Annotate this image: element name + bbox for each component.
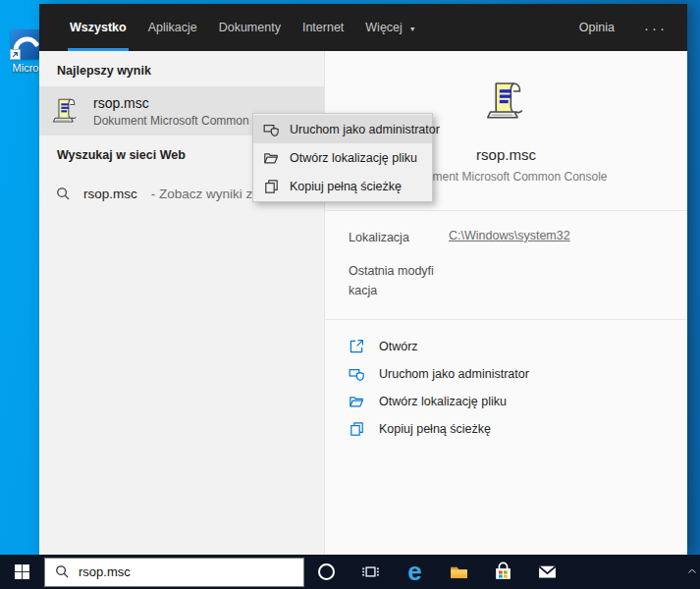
copy-icon: [263, 179, 279, 194]
tab-more[interactable]: Więcej ▼: [354, 4, 426, 51]
file-explorer-taskbar-button[interactable]: [437, 555, 481, 589]
open-icon: [349, 339, 364, 354]
task-view-icon: [361, 562, 380, 581]
preview-details: Lokalizacja C:\Windows\system32 Ostatnia…: [325, 211, 687, 320]
tab-documents-label: Dokumenty: [219, 21, 281, 34]
best-match-header: Najlepszy wynik: [39, 51, 324, 86]
tab-all-label: Wszystko: [70, 21, 127, 34]
web-result-query: rsop.msc: [83, 187, 137, 201]
context-menu: Uruchom jako administrator Otwórz lokali…: [252, 113, 433, 202]
context-menu-run-as-admin-label: Uruchom jako administrator: [290, 123, 440, 136]
tray-expand-icon[interactable]: [687, 566, 697, 576]
detail-row-location: Lokalizacja C:\Windows\system32: [349, 229, 677, 247]
copy-icon: [349, 421, 364, 437]
action-run-as-admin-label: Uruchom jako administrator: [379, 367, 529, 381]
edge-taskbar-button[interactable]: e: [393, 555, 437, 589]
action-run-as-admin[interactable]: Uruchom jako administrator: [349, 360, 687, 388]
preview-actions: Otwórz Uruchom jako administrator Otwórz…: [325, 320, 687, 443]
location-value: C:\Windows\system32: [449, 229, 570, 242]
start-button[interactable]: [0, 555, 44, 589]
task-view-button[interactable]: [349, 555, 393, 589]
feedback-button[interactable]: Opinia: [579, 21, 615, 34]
location-link[interactable]: C:\Windows\system32: [449, 229, 570, 242]
search-icon: [55, 564, 70, 579]
action-open-file-location[interactable]: Otwórz lokalizację pliku: [349, 388, 687, 415]
tab-web-label: Internet: [302, 21, 344, 34]
context-menu-open-file-location[interactable]: Otwórz lokalizację pliku: [253, 143, 432, 172]
desktop-root: { "colors": { "desktop_left": "#00a3f0",…: [0, 0, 700, 589]
tab-all[interactable]: Wszystko: [59, 4, 137, 51]
tab-apps-label: Aplikacje: [148, 21, 197, 34]
run-as-admin-icon: [263, 122, 279, 137]
action-open[interactable]: Otwórz: [349, 333, 687, 360]
windows-logo-icon: [14, 563, 30, 580]
taskbar: e: [0, 555, 700, 589]
context-menu-copy-full-path-label: Kopiuj pełną ścieżkę: [290, 180, 402, 193]
modified-label: Ostatnia modyfi kacja: [349, 262, 449, 300]
folder-location-icon: [263, 150, 279, 166]
cortana-circle-icon: [318, 563, 335, 580]
edge-logo-icon: e: [407, 559, 421, 584]
context-menu-run-as-admin[interactable]: Uruchom jako administrator: [253, 115, 432, 143]
tab-more-label: Więcej: [365, 21, 403, 34]
chevron-down-icon: ▼: [409, 26, 416, 32]
search-icon: [56, 187, 71, 201]
modified-label-line2: kacja: [349, 282, 449, 300]
tab-web[interactable]: Internet: [292, 4, 354, 51]
detail-row-modified: Ostatnia modyfi kacja: [349, 262, 677, 300]
mail-icon: [537, 562, 558, 582]
context-menu-copy-full-path[interactable]: Kopiuj pełną ścieżkę: [253, 172, 432, 200]
microsoft-store-icon: [493, 562, 513, 582]
header-right-group: Opinia ···: [579, 4, 672, 51]
taskbar-search-input[interactable]: [79, 564, 294, 579]
desktop-shortcut-tile-icon: [11, 29, 40, 59]
tab-apps[interactable]: Aplikacje: [137, 4, 208, 51]
shortcut-arrow-icon: [10, 49, 21, 60]
file-explorer-icon: [449, 562, 469, 582]
best-match-title: rsop.msc: [93, 95, 296, 111]
rsop-msc-icon: [51, 96, 81, 126]
modified-label-line1: Ostatnia modyfi: [349, 262, 449, 281]
search-filter-bar: Wszystko Aplikacje Dokumenty Internet Wi…: [39, 4, 687, 51]
action-open-file-location-label: Otwórz lokalizację pliku: [379, 395, 507, 408]
tab-documents[interactable]: Dokumenty: [208, 4, 292, 51]
taskbar-search-box[interactable]: [44, 558, 304, 587]
mail-taskbar-button[interactable]: [525, 555, 569, 589]
run-as-admin-icon: [349, 366, 364, 382]
store-taskbar-button[interactable]: [481, 555, 525, 589]
action-copy-full-path-label: Kopiuj pełną ścieżkę: [379, 422, 491, 436]
action-open-label: Otwórz: [379, 340, 418, 353]
search-flyout: Wszystko Aplikacje Dokumenty Internet Wi…: [39, 4, 687, 555]
location-label: Lokalizacja: [349, 229, 449, 247]
overflow-menu-button[interactable]: ···: [644, 20, 668, 36]
context-menu-open-file-location-label: Otwórz lokalizację pliku: [290, 151, 417, 165]
action-copy-full-path[interactable]: Kopiuj pełną ścieżkę: [349, 415, 687, 443]
cortana-button[interactable]: [304, 555, 349, 589]
folder-location-icon: [349, 394, 364, 409]
